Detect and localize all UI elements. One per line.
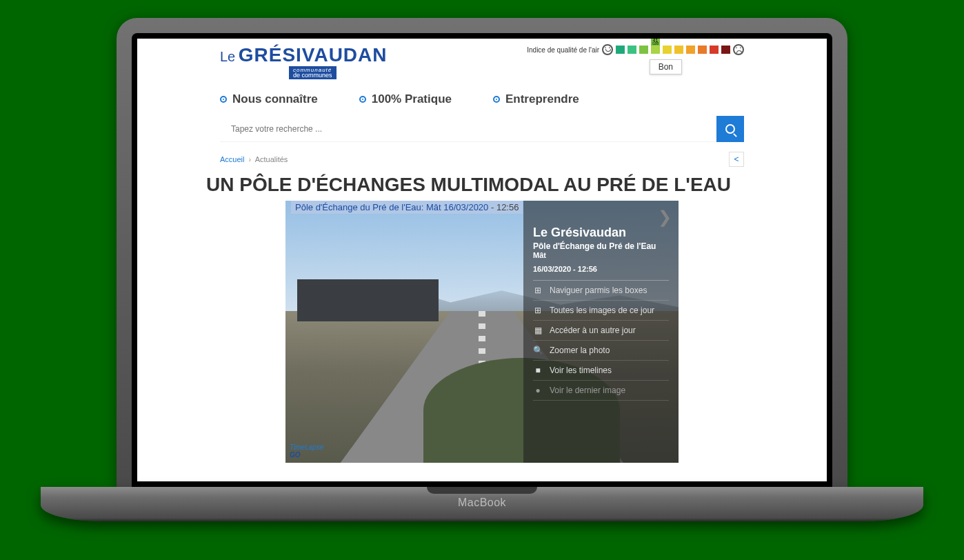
air-quality-widget: Indice de qualité de l'air 41/100 [527,44,744,74]
menu-item-last-image[interactable]: ● Voir le dernier image [533,381,669,401]
grid-icon: ⊞ [533,286,543,295]
breadcrumb-home[interactable]: Accueil [220,155,244,163]
share-icon: < [734,154,739,164]
dot-icon: ● [533,386,543,395]
menu-item-navigate-boxes[interactable]: ⊞ Naviguer parmis les boxes [533,281,669,301]
sad-icon [733,44,744,55]
nav-label: Nous connaître [232,92,318,106]
menu-item-timelines[interactable]: ■ Voir les timelines [533,361,669,381]
search-bar [220,116,744,142]
panel-sub2: Mât [533,251,669,259]
breadcrumb: Accueil › Actualités [220,155,288,163]
panel-timestamp: 16/03/2020 - 12:56 [533,265,669,273]
breadcrumb-current: Actualités [255,155,288,163]
nav-item-know[interactable]: Nous connaître [220,92,318,106]
share-button[interactable]: < [729,152,744,167]
menu-item-all-images-day[interactable]: ⊞ Toutes les images de ce jour [533,301,669,321]
menu-item-other-day[interactable]: ▦ Accéder à un autre jour [533,321,669,341]
bullet-icon [359,96,366,103]
search-icon [725,124,735,134]
timelapse-logo: TimeLapseGO [290,443,323,459]
air-swatch-9 [710,46,719,54]
grid-icon: ⊞ [533,306,543,315]
page-title: UN PÔLE D'ÉCHANGES MULTIMODAL AU PRÉ DE … [137,168,827,201]
smile-icon [602,44,613,55]
laptop-base: MacBook [41,487,923,521]
air-swatch-10 [721,46,730,54]
menu-item-zoom[interactable]: 🔍 Zoomer la photo [533,341,669,361]
nav-label: 100% Pratique [372,92,452,106]
logo-sub: communauté de communes [289,66,337,79]
search-button[interactable] [716,116,744,142]
logo-main: GRÉSIVAUDAN [239,44,388,66]
panel-sub1: Pôle d'Échange du Pré de l'Eau [533,241,669,251]
nav-label: Entreprendre [505,92,579,106]
widget-panel: Le Grésivaudan Pôle d'Échange du Pré de … [523,201,679,463]
menu-label: Zoomer la photo [550,346,610,355]
zoom-icon: 🔍 [533,346,543,355]
laptop-brand: MacBook [458,497,506,509]
logo-prefix: Le [220,49,235,64]
bullet-icon [493,96,500,103]
panel-title: Le Grésivaudan [533,226,669,240]
widget-top-label: Pôle d'Échange du Pré de l'Eau: Mât 16/0… [291,201,523,214]
main-nav: Nous connaître 100% Pratique Entreprendr… [137,80,827,113]
nav-item-practical[interactable]: 100% Pratique [359,92,452,106]
air-swatch-3 [639,46,648,54]
air-label: Indice de qualité de l'air [527,46,599,54]
menu-label: Voir le dernier image [550,386,625,395]
menu-label: Toutes les images de ce jour [550,306,654,315]
video-icon: ■ [533,366,543,375]
air-swatch-2 [627,46,636,54]
air-swatch-8 [698,46,707,54]
air-swatch-current: 41/100 [651,46,660,54]
chevron-right-icon: › [249,155,252,163]
calendar-icon: ▦ [533,326,543,335]
menu-label: Voir les timelines [550,366,612,375]
nav-item-entreprendre[interactable]: Entreprendre [493,92,579,106]
timelapse-widget: Pôle d'Échange du Pré de l'Eau: Mât 16/0… [285,201,679,463]
air-swatch-6 [674,46,683,54]
menu-label: Naviguer parmis les boxes [550,286,647,295]
bullet-icon [220,96,227,103]
air-tooltip: Bon [650,59,682,74]
site-logo[interactable]: Le GRÉSIVAUDAN communauté de communes [220,44,388,80]
air-swatch-7 [686,46,695,54]
menu-label: Accéder à un autre jour [550,326,636,335]
search-input[interactable] [220,116,716,142]
air-swatch-1 [616,46,625,54]
air-swatch-5 [663,46,672,54]
